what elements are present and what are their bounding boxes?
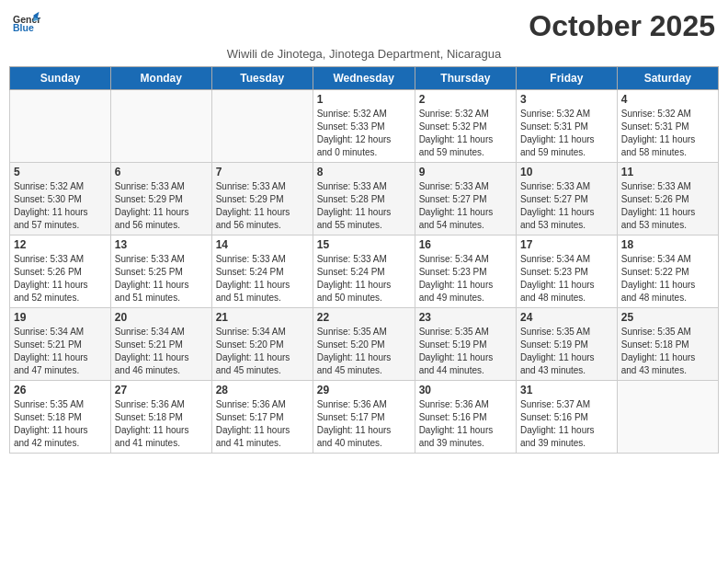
month-title-block: October 2025	[529, 9, 715, 43]
calendar-cell: 14Sunrise: 5:33 AM Sunset: 5:24 PM Dayli…	[211, 236, 313, 308]
calendar-cell: 30Sunrise: 5:36 AM Sunset: 5:16 PM Dayli…	[415, 381, 516, 454]
calendar-cell: 4Sunrise: 5:32 AM Sunset: 5:31 PM Daylig…	[617, 90, 718, 163]
day-number: 29	[317, 384, 411, 396]
calendar-cell	[110, 90, 211, 163]
calendar-cell: 16Sunrise: 5:34 AM Sunset: 5:23 PM Dayli…	[415, 236, 516, 308]
calendar-cell: 15Sunrise: 5:33 AM Sunset: 5:24 PM Dayli…	[313, 236, 415, 308]
day-number: 9	[419, 166, 512, 178]
calendar-cell	[10, 90, 111, 163]
day-info: Sunrise: 5:32 AM Sunset: 5:33 PM Dayligh…	[317, 108, 411, 159]
calendar-cell: 24Sunrise: 5:35 AM Sunset: 5:19 PM Dayli…	[516, 308, 617, 381]
weekday-header-wednesday: Wednesday	[313, 67, 415, 90]
day-number: 22	[317, 311, 411, 324]
weekday-header-thursday: Thursday	[415, 67, 516, 90]
logo: General Blue	[13, 9, 40, 35]
calendar-cell: 2Sunrise: 5:32 AM Sunset: 5:32 PM Daylig…	[415, 90, 516, 163]
day-number: 30	[419, 384, 512, 396]
day-info: Sunrise: 5:33 AM Sunset: 5:28 PM Dayligh…	[317, 180, 411, 232]
calendar-body: 1Sunrise: 5:32 AM Sunset: 5:33 PM Daylig…	[10, 90, 719, 454]
weekday-header-friday: Friday	[516, 67, 617, 90]
weekday-header-tuesday: Tuesday	[211, 67, 313, 90]
calendar-cell	[617, 381, 718, 454]
day-number: 31	[520, 384, 613, 396]
calendar-cell: 23Sunrise: 5:35 AM Sunset: 5:19 PM Dayli…	[415, 308, 516, 381]
day-info: Sunrise: 5:32 AM Sunset: 5:31 PM Dayligh…	[621, 108, 714, 159]
day-info: Sunrise: 5:34 AM Sunset: 5:20 PM Dayligh…	[216, 326, 309, 377]
calendar-cell: 3Sunrise: 5:32 AM Sunset: 5:31 PM Daylig…	[516, 90, 617, 163]
day-info: Sunrise: 5:33 AM Sunset: 5:24 PM Dayligh…	[317, 253, 411, 304]
day-number: 14	[216, 238, 309, 251]
day-number: 12	[14, 238, 107, 251]
day-number: 11	[621, 166, 714, 178]
day-info: Sunrise: 5:34 AM Sunset: 5:23 PM Dayligh…	[419, 253, 512, 304]
weekday-header-monday: Monday	[110, 67, 211, 90]
day-info: Sunrise: 5:35 AM Sunset: 5:18 PM Dayligh…	[621, 326, 714, 377]
day-number: 7	[216, 166, 309, 178]
day-number: 17	[520, 238, 613, 251]
svg-text:Blue: Blue	[13, 22, 34, 33]
calendar-cell: 1Sunrise: 5:32 AM Sunset: 5:33 PM Daylig…	[313, 90, 415, 163]
day-info: Sunrise: 5:33 AM Sunset: 5:29 PM Dayligh…	[216, 180, 309, 232]
day-number: 6	[115, 166, 208, 178]
calendar-cell: 17Sunrise: 5:34 AM Sunset: 5:23 PM Dayli…	[516, 236, 617, 308]
calendar-cell: 19Sunrise: 5:34 AM Sunset: 5:21 PM Dayli…	[10, 308, 111, 381]
day-number: 10	[520, 166, 613, 178]
day-info: Sunrise: 5:34 AM Sunset: 5:23 PM Dayligh…	[520, 253, 613, 304]
calendar-cell: 10Sunrise: 5:33 AM Sunset: 5:27 PM Dayli…	[516, 163, 617, 236]
calendar-week-4: 19Sunrise: 5:34 AM Sunset: 5:21 PM Dayli…	[10, 308, 719, 381]
day-info: Sunrise: 5:33 AM Sunset: 5:26 PM Dayligh…	[14, 253, 107, 304]
day-info: Sunrise: 5:36 AM Sunset: 5:17 PM Dayligh…	[216, 398, 309, 450]
day-info: Sunrise: 5:33 AM Sunset: 5:26 PM Dayligh…	[621, 180, 714, 232]
calendar-cell: 18Sunrise: 5:34 AM Sunset: 5:22 PM Dayli…	[617, 236, 718, 308]
day-number: 1	[317, 93, 411, 106]
day-number: 13	[115, 238, 208, 251]
calendar-week-5: 26Sunrise: 5:35 AM Sunset: 5:18 PM Dayli…	[10, 381, 719, 454]
calendar-cell: 11Sunrise: 5:33 AM Sunset: 5:26 PM Dayli…	[617, 163, 718, 236]
calendar-cell: 25Sunrise: 5:35 AM Sunset: 5:18 PM Dayli…	[617, 308, 718, 381]
day-info: Sunrise: 5:33 AM Sunset: 5:27 PM Dayligh…	[520, 180, 613, 232]
calendar-cell: 29Sunrise: 5:36 AM Sunset: 5:17 PM Dayli…	[313, 381, 415, 454]
weekday-header-saturday: Saturday	[617, 67, 718, 90]
day-number: 16	[419, 238, 512, 251]
day-info: Sunrise: 5:32 AM Sunset: 5:31 PM Dayligh…	[520, 108, 613, 159]
calendar-week-2: 5Sunrise: 5:32 AM Sunset: 5:30 PM Daylig…	[10, 163, 719, 236]
calendar-cell: 9Sunrise: 5:33 AM Sunset: 5:27 PM Daylig…	[415, 163, 516, 236]
day-number: 27	[115, 384, 208, 396]
day-info: Sunrise: 5:35 AM Sunset: 5:20 PM Dayligh…	[317, 326, 411, 377]
calendar-cell: 12Sunrise: 5:33 AM Sunset: 5:26 PM Dayli…	[10, 236, 111, 308]
calendar-header-row: SundayMondayTuesdayWednesdayThursdayFrid…	[10, 67, 719, 90]
day-number: 4	[621, 93, 714, 106]
day-number: 24	[520, 311, 613, 324]
day-info: Sunrise: 5:36 AM Sunset: 5:17 PM Dayligh…	[317, 398, 411, 450]
day-info: Sunrise: 5:32 AM Sunset: 5:30 PM Dayligh…	[14, 180, 107, 232]
day-number: 5	[14, 166, 107, 178]
day-number: 8	[317, 166, 411, 178]
day-info: Sunrise: 5:32 AM Sunset: 5:32 PM Dayligh…	[419, 108, 512, 159]
calendar-cell: 8Sunrise: 5:33 AM Sunset: 5:28 PM Daylig…	[313, 163, 415, 236]
calendar-cell: 26Sunrise: 5:35 AM Sunset: 5:18 PM Dayli…	[10, 381, 111, 454]
calendar-cell: 7Sunrise: 5:33 AM Sunset: 5:29 PM Daylig…	[211, 163, 313, 236]
calendar-cell: 21Sunrise: 5:34 AM Sunset: 5:20 PM Dayli…	[211, 308, 313, 381]
month-title: October 2025	[529, 9, 715, 43]
day-info: Sunrise: 5:33 AM Sunset: 5:27 PM Dayligh…	[419, 180, 512, 232]
day-number: 25	[621, 311, 714, 324]
calendar-cell: 6Sunrise: 5:33 AM Sunset: 5:29 PM Daylig…	[110, 163, 211, 236]
day-number: 15	[317, 238, 411, 251]
weekday-header-sunday: Sunday	[10, 67, 111, 90]
day-info: Sunrise: 5:33 AM Sunset: 5:25 PM Dayligh…	[115, 253, 208, 304]
day-number: 28	[216, 384, 309, 396]
day-number: 3	[520, 93, 613, 106]
page-header: General Blue October 2025	[9, 9, 719, 43]
day-info: Sunrise: 5:35 AM Sunset: 5:19 PM Dayligh…	[419, 326, 512, 377]
calendar-week-1: 1Sunrise: 5:32 AM Sunset: 5:33 PM Daylig…	[10, 90, 719, 163]
day-info: Sunrise: 5:36 AM Sunset: 5:16 PM Dayligh…	[419, 398, 512, 450]
calendar-cell: 31Sunrise: 5:37 AM Sunset: 5:16 PM Dayli…	[516, 381, 617, 454]
day-info: Sunrise: 5:34 AM Sunset: 5:21 PM Dayligh…	[14, 326, 107, 377]
logo-icon: General Blue	[13, 9, 40, 35]
day-info: Sunrise: 5:37 AM Sunset: 5:16 PM Dayligh…	[520, 398, 613, 450]
day-info: Sunrise: 5:33 AM Sunset: 5:29 PM Dayligh…	[115, 180, 208, 232]
calendar-cell: 28Sunrise: 5:36 AM Sunset: 5:17 PM Dayli…	[211, 381, 313, 454]
calendar-cell: 22Sunrise: 5:35 AM Sunset: 5:20 PM Dayli…	[313, 308, 415, 381]
calendar-week-3: 12Sunrise: 5:33 AM Sunset: 5:26 PM Dayli…	[10, 236, 719, 308]
calendar-cell: 5Sunrise: 5:32 AM Sunset: 5:30 PM Daylig…	[10, 163, 111, 236]
